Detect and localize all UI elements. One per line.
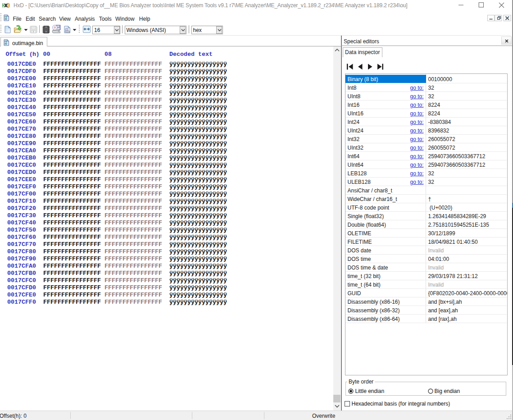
svg-text:AO: AO [5, 42, 7, 45]
svg-text:AO: AO [5, 18, 7, 20]
